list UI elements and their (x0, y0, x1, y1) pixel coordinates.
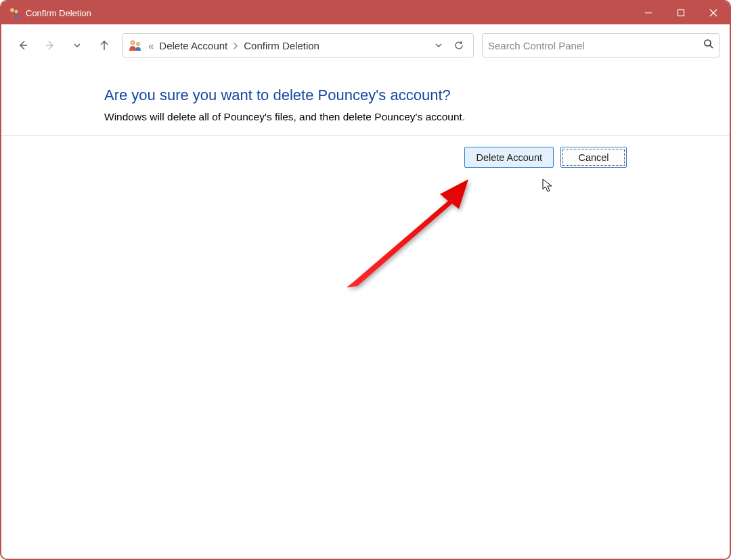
user-accounts-icon (8, 7, 20, 19)
page-description: Windows will delete all of Pouncey's fil… (104, 111, 709, 123)
window-frame: Confirm Deletion (0, 0, 731, 560)
search-input[interactable] (488, 40, 703, 51)
address-dropdown-button[interactable] (428, 36, 449, 55)
recent-locations-button[interactable] (65, 33, 89, 57)
back-button[interactable] (11, 33, 35, 57)
cancel-button[interactable]: Cancel (560, 147, 627, 168)
svg-marker-13 (347, 179, 468, 287)
window-title: Confirm Deletion (26, 8, 91, 18)
button-row: Delete Account Cancel (1, 136, 730, 168)
maximize-button[interactable] (665, 1, 697, 24)
address-bar[interactable]: « Delete Account Confirm Deletion (122, 33, 474, 57)
close-button[interactable] (697, 1, 730, 24)
minimize-button[interactable] (632, 1, 665, 24)
page-heading: Are you sure you want to delete Pouncey'… (104, 87, 709, 104)
svg-point-10 (136, 42, 139, 45)
forward-button[interactable] (38, 33, 62, 57)
breadcrumb-item-confirm-deletion[interactable]: Confirm Deletion (242, 39, 321, 53)
svg-line-12 (710, 45, 713, 48)
svg-point-9 (131, 41, 135, 45)
svg-point-11 (705, 40, 711, 46)
refresh-button[interactable] (449, 36, 469, 55)
svg-point-0 (10, 8, 14, 12)
titlebar: Confirm Deletion (1, 1, 730, 24)
up-button[interactable] (92, 33, 116, 57)
user-accounts-crumb-icon (128, 39, 143, 52)
svg-point-1 (15, 10, 18, 14)
svg-rect-3 (678, 10, 684, 16)
search-bar[interactable] (482, 33, 720, 57)
annotation-arrow (340, 174, 475, 296)
chevron-right-icon (231, 40, 240, 51)
cursor-icon (542, 179, 554, 193)
toolbar: « Delete Account Confirm Deletion (1, 24, 730, 66)
breadcrumb-prefix[interactable]: « (147, 40, 155, 51)
content-panel: Are you sure you want to delete Pouncey'… (1, 66, 730, 136)
breadcrumb-item-delete-account[interactable]: Delete Account (158, 39, 229, 53)
breadcrumb: « Delete Account Confirm Deletion (147, 39, 428, 53)
delete-account-button[interactable]: Delete Account (464, 147, 554, 168)
search-icon[interactable] (703, 39, 714, 52)
